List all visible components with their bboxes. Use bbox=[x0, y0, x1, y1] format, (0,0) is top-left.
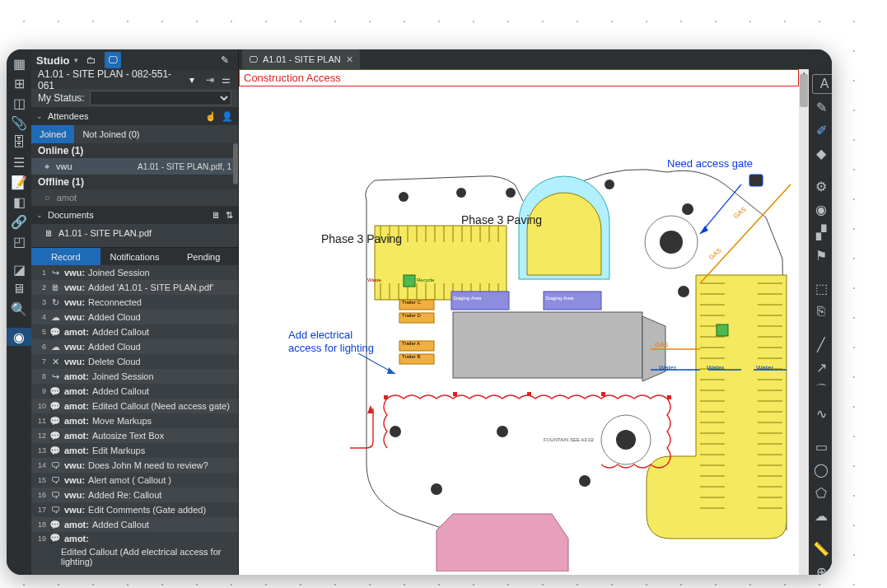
record-message: Edit Comments (Gate added) bbox=[88, 505, 206, 515]
crop-tool-icon[interactable]: ⬚ bbox=[809, 278, 832, 298]
record-tabs: Record Notifications Pending bbox=[31, 247, 238, 265]
flag-tool-icon[interactable]: ⚑ bbox=[809, 245, 832, 265]
add-document-icon[interactable]: 🗎 bbox=[212, 210, 221, 220]
record-row[interactable]: 3↻vwu: Reconnected bbox=[31, 295, 238, 310]
svg-marker-101 bbox=[700, 226, 708, 234]
stamp-tool-icon[interactable]: ◉ bbox=[809, 199, 832, 219]
record-user: amot: bbox=[64, 446, 89, 455]
record-row[interactable]: 13💬amot: Edit Markups bbox=[31, 443, 238, 458]
record-row[interactable]: 17🗨vwu: Edit Comments (Gate added) bbox=[31, 502, 238, 517]
callout-need-gate[interactable]: Need access gate bbox=[667, 157, 753, 170]
line-tool-icon[interactable]: ╱ bbox=[809, 334, 832, 354]
attendee-online[interactable]: ⌖ vwu A1.01 - SITE PLAN.pdf, 1 bbox=[31, 158, 238, 175]
scroll-thumb[interactable] bbox=[800, 74, 808, 107]
measure-tool-icon[interactable]: 📏 bbox=[809, 539, 832, 558]
monitor-icon[interactable]: 🖥 bbox=[7, 280, 31, 298]
rectangle-tool-icon[interactable]: ▭ bbox=[809, 436, 832, 456]
sidebar-title: Studio bbox=[36, 54, 69, 67]
attach-icon[interactable]: 📎 bbox=[7, 114, 31, 132]
attendees-collapse-icon[interactable]: ⌄ bbox=[36, 112, 43, 120]
callout-tool-icon[interactable]: ⎘ bbox=[809, 301, 832, 321]
record-row[interactable]: 10💬amot: Edited Callout (Need access gat… bbox=[31, 399, 238, 413]
session-dropdown-icon[interactable]: ▾ bbox=[189, 74, 194, 86]
record-user: amot: bbox=[64, 386, 89, 396]
form-icon[interactable]: ◧ bbox=[7, 193, 31, 211]
status-select[interactable] bbox=[90, 91, 231, 105]
follow-icon[interactable]: ☝ bbox=[205, 111, 217, 122]
record-user: vwu: bbox=[64, 460, 85, 470]
tab-record[interactable]: Record bbox=[31, 248, 100, 265]
eyedropper-icon[interactable]: ✎ bbox=[217, 52, 233, 68]
record-row[interactable]: 5💬amot: Added Callout bbox=[31, 324, 238, 339]
attendee-offline[interactable]: ○ amot bbox=[31, 189, 238, 206]
record-row[interactable]: 8↪amot: Joined Session bbox=[31, 369, 238, 384]
record-row[interactable]: 1↪vwu: Joined Session bbox=[31, 265, 238, 280]
record-row[interactable]: 4☁vwu: Added Cloud bbox=[31, 310, 238, 324]
studio-dropdown-icon[interactable]: ▾ bbox=[74, 56, 78, 64]
spaces-icon[interactable]: ◰ bbox=[7, 232, 31, 250]
svg-rect-99 bbox=[667, 395, 671, 399]
sort-icon[interactable]: ⇅ bbox=[226, 210, 233, 221]
record-row[interactable]: 11💬amot: Move Markups bbox=[31, 413, 238, 428]
project-mode-button[interactable]: 🗀 bbox=[83, 52, 100, 68]
record-user: amot: bbox=[64, 431, 89, 441]
tab-joined[interactable]: Joined bbox=[31, 125, 74, 143]
record-message: Added Callout bbox=[92, 386, 149, 396]
record-row[interactable]: 18💬amot: Added Callout bbox=[31, 517, 238, 532]
record-row[interactable]: 7✕vwu: Delete Cloud bbox=[31, 354, 238, 369]
polyline-tool-icon[interactable]: ∿ bbox=[809, 404, 832, 423]
drawing-canvas[interactable]: Need access gate Phase 3 Paving Phase 3 … bbox=[239, 69, 799, 575]
invite-icon[interactable]: 👤 bbox=[222, 111, 233, 122]
record-message: Does John M need to review? bbox=[88, 460, 208, 470]
tab-notifications[interactable]: Notifications bbox=[100, 248, 170, 265]
pen-tool-icon[interactable]: ✎ bbox=[809, 97, 832, 117]
canvas-scrollbar[interactable]: ▴ ▾ bbox=[799, 69, 809, 575]
arrow-tool-icon[interactable]: ↗ bbox=[809, 357, 832, 377]
compare-icon[interactable]: ◪ bbox=[7, 260, 31, 278]
record-row[interactable]: 12💬amot: Autosize Text Box bbox=[31, 428, 238, 443]
polygon-tool-icon[interactable]: ⬠ bbox=[809, 483, 832, 502]
svg-rect-76 bbox=[453, 312, 642, 378]
search-icon[interactable]: 🔍 bbox=[7, 300, 31, 318]
record-row[interactable]: 6☁vwu: Added Cloud bbox=[31, 339, 238, 354]
tab-not-joined[interactable]: Not Joined (0) bbox=[74, 125, 147, 143]
arc-tool-icon[interactable]: ⌒ bbox=[809, 380, 832, 400]
grid-icon[interactable]: ⊞ bbox=[7, 74, 31, 92]
attendee-scrollbar[interactable] bbox=[233, 143, 238, 184]
record-row[interactable]: 9💬amot: Added Callout bbox=[31, 384, 238, 399]
briefcase-icon[interactable]: 🗄 bbox=[7, 133, 31, 152]
record-row[interactable]: 14🗨vwu: Does John M need to review? bbox=[31, 458, 238, 473]
label-trailer-c: Trailer C bbox=[402, 300, 421, 305]
studio-icon[interactable]: ◉ bbox=[7, 328, 31, 346]
thumbnails-icon[interactable]: ▦ bbox=[7, 54, 31, 72]
svg-rect-97 bbox=[527, 392, 531, 396]
tab-pending[interactable]: Pending bbox=[169, 248, 238, 265]
svg-rect-95 bbox=[384, 395, 388, 399]
close-tab-icon[interactable]: ✕ bbox=[346, 54, 353, 65]
ellipse-tool-icon[interactable]: ◯ bbox=[809, 460, 832, 479]
document-tab[interactable]: 🖵 A1.01 - SITE PLAN ✕ bbox=[242, 49, 360, 69]
label-phase3-a: Phase 3 Paving bbox=[321, 232, 402, 245]
image-tool-icon[interactable]: ▞ bbox=[809, 222, 832, 242]
cloud-tool-icon[interactable]: ☁ bbox=[809, 506, 832, 525]
callout-electrical[interactable]: Add electrical access for lighting bbox=[288, 329, 379, 354]
links-icon[interactable]: 🔗 bbox=[7, 212, 31, 231]
record-row[interactable]: 16🗨vwu: Added Re: Callout bbox=[31, 488, 238, 502]
record-row[interactable]: 2🗎vwu: Added 'A1.01 - SITE PLAN.pdf' bbox=[31, 280, 238, 295]
document-item[interactable]: 🗎 A1.01 - SITE PLAN.pdf bbox=[31, 224, 238, 242]
text-tool-icon[interactable]: A bbox=[812, 74, 832, 94]
layers-icon[interactable]: ☰ bbox=[7, 153, 31, 171]
record-type-icon: 🗨 bbox=[49, 505, 61, 515]
record-row[interactable]: 19💬amot: Edited Callout (Add electrical … bbox=[31, 532, 238, 567]
record-row[interactable]: 15🗨vwu: Alert amot ( Callout ) bbox=[31, 473, 238, 488]
settings-sliders-icon[interactable]: ⚌ bbox=[220, 74, 231, 86]
record-type-icon: 💬 bbox=[49, 520, 61, 530]
shapes-tool-icon[interactable]: ◆ bbox=[809, 143, 832, 163]
signatures-icon[interactable]: 📝 bbox=[7, 173, 31, 191]
session-mode-button[interactable]: 🖵 bbox=[105, 52, 121, 68]
highlight-tool-icon[interactable]: ✐ bbox=[809, 120, 832, 140]
gear-icon[interactable]: ⚙ bbox=[809, 176, 832, 196]
documents-collapse-icon[interactable]: ⌄ bbox=[36, 211, 43, 219]
bookmark-icon[interactable]: ◫ bbox=[7, 94, 31, 112]
leave-icon[interactable]: ⇥ bbox=[204, 74, 216, 86]
